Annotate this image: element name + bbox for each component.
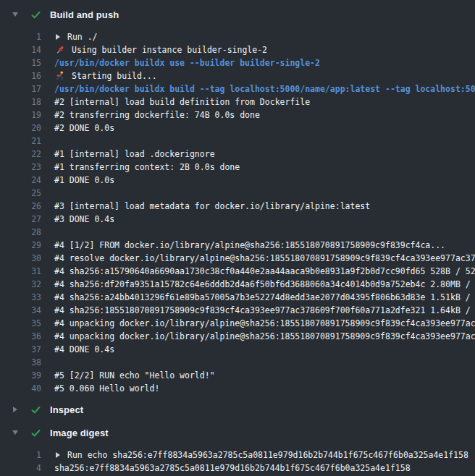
section-title: Image digest — [50, 428, 109, 438]
log-section-build-and-push: Build and push 1 Run ./ 14 Using builder… — [0, 6, 475, 398]
log-line: 24 #1 DONE 0.0s — [0, 174, 475, 187]
log-line: 25 — [0, 187, 475, 200]
runner-icon — [55, 71, 65, 81]
line-number[interactable]: 33 — [0, 291, 41, 304]
section-header[interactable]: Inspect — [0, 401, 475, 418]
line-number[interactable]: 19 — [0, 109, 41, 122]
log-text: Run ./ — [54, 30, 98, 43]
log-line: 21 — [0, 135, 475, 148]
log-text: #1 [internal] load .dockerignore — [54, 148, 215, 161]
line-number[interactable]: 27 — [0, 213, 41, 226]
line-number[interactable]: 29 — [0, 239, 41, 252]
line-number[interactable]: 36 — [0, 330, 41, 343]
log-line: 22 #1 [internal] load .dockerignore — [0, 148, 475, 161]
log-text: sha256:e7ff8834a5963a2785c5a0811e979d16b… — [54, 462, 411, 475]
log-text: #3 [internal] load metadata for docker.i… — [54, 200, 370, 213]
log-section-image-digest: Image digest 1 Run echo sha256:e7ff8834a… — [0, 424, 475, 476]
line-number[interactable]: 38 — [0, 356, 41, 369]
log-text: #4 unpacking docker.io/library/alpine@sh… — [54, 317, 475, 330]
line-number[interactable]: 22 — [0, 148, 41, 161]
log-line: 1 Run ./ — [0, 30, 475, 43]
log-line: 31 #4 sha256:a15790640a6690aa1730c38cf0a… — [0, 265, 475, 278]
section-title: Build and push — [50, 9, 119, 20]
line-number[interactable]: 18 — [0, 95, 41, 109]
log-text: #5 [2/2] RUN echo "Hello world!" — [54, 369, 215, 382]
log-text: /usr/bin/docker buildx use --builder bui… — [54, 56, 320, 69]
chevron-down-icon — [12, 12, 19, 17]
line-number[interactable]: 17 — [0, 82, 41, 95]
log-line: 35 #4 unpacking docker.io/library/alpine… — [0, 317, 475, 330]
check-icon — [30, 9, 41, 20]
log-text: #5 0.060 Hello world! — [54, 382, 159, 395]
expander-right-icon[interactable] — [56, 34, 60, 40]
line-number[interactable]: 30 — [0, 252, 41, 265]
log-text: Run echo sha256:e7ff8834a5963a2785c5a081… — [54, 449, 468, 462]
log-text: #4 DONE 0.4s — [54, 343, 114, 356]
line-number[interactable]: 23 — [0, 161, 41, 174]
line-number[interactable]: 1 — [0, 449, 41, 462]
log-line: 30 #4 resolve docker.io/library/alpine@s… — [0, 252, 475, 265]
line-number[interactable]: 21 — [0, 135, 41, 148]
line-number[interactable]: 4 — [0, 462, 41, 475]
log-text: #4 [1/2] FROM docker.io/library/alpine@s… — [54, 239, 445, 252]
line-number[interactable]: 20 — [0, 122, 41, 135]
line-number[interactable]: 35 — [0, 317, 41, 330]
log-line: 26 #3 [internal] load metadata for docke… — [0, 200, 475, 213]
section-title: Inspect — [50, 404, 83, 415]
log-line: 23 #1 transferring context: 2B 0.0s done — [0, 161, 475, 174]
line-number[interactable]: 39 — [0, 369, 41, 382]
log-line: 40 #5 0.060 Hello world! — [0, 382, 475, 395]
line-number[interactable]: 26 — [0, 200, 41, 213]
log-line: 18 #2 [internal] load build definition f… — [0, 95, 475, 109]
log-line: 14 Using builder instance builder-single… — [0, 43, 475, 56]
log-text: #4 sha256:185518070891758909c9f839cf4ca3… — [54, 304, 475, 317]
log-line: 39 #5 [2/2] RUN echo "Hello world!" — [0, 369, 475, 382]
log-viewer: Build and push 1 Run ./ 14 Using builder… — [0, 0, 475, 476]
line-number[interactable]: 37 — [0, 343, 41, 356]
log-text: Using builder instance builder-single-2 — [54, 43, 267, 56]
log-line: 1 Run echo sha256:e7ff8834a5963a2785c5a0… — [0, 449, 475, 462]
log-line: 15 /usr/bin/docker buildx use --builder … — [0, 56, 475, 69]
log-text: /usr/bin/docker buildx build --tag local… — [54, 82, 475, 95]
chevron-right-icon — [12, 407, 19, 412]
log-text: #2 [internal] load build definition from… — [54, 95, 310, 109]
log-line: 36 #4 unpacking docker.io/library/alpine… — [0, 330, 475, 343]
log-text: #3 DONE 0.4s — [54, 213, 114, 226]
line-number[interactable]: 24 — [0, 174, 41, 187]
log-text: #4 sha256:a24bb4013296f61e89ba57005a7b3e… — [54, 291, 475, 304]
line-number[interactable]: 25 — [0, 187, 41, 200]
log-line: 28 — [0, 226, 475, 239]
section-header[interactable]: Build and push — [0, 6, 475, 23]
log-text: Starting build... — [54, 69, 157, 82]
line-number[interactable]: 15 — [0, 56, 41, 69]
line-number[interactable]: 28 — [0, 226, 41, 239]
line-number[interactable]: 32 — [0, 278, 41, 291]
check-icon — [30, 404, 41, 415]
line-number[interactable]: 14 — [0, 43, 41, 56]
line-number[interactable]: 40 — [0, 382, 41, 395]
section-header[interactable]: Image digest — [0, 424, 475, 441]
log-line: 29 #4 [1/2] FROM docker.io/library/alpin… — [0, 239, 475, 252]
log-text: #4 unpacking docker.io/library/alpine@sh… — [54, 330, 475, 343]
log-text: #1 transferring context: 2B 0.0s done — [54, 161, 240, 174]
pushpin-icon — [55, 45, 65, 55]
log-line: 33 #4 sha256:a24bb4013296f61e89ba57005a7… — [0, 291, 475, 304]
log-text: #4 sha256:df20fa9351a15782c64e6dddb2d4a6… — [54, 278, 475, 291]
log-block: 1 Run echo sha256:e7ff8834a5963a2785c5a0… — [0, 441, 475, 476]
log-line: 19 #2 transferring dockerfile: 74B 0.0s … — [0, 109, 475, 122]
log-block: 1 Run ./ 14 Using builder instance build… — [0, 23, 475, 398]
line-number[interactable]: 34 — [0, 304, 41, 317]
log-section-inspect: Inspect — [0, 401, 475, 418]
log-text: #4 sha256:a15790640a6690aa1730c38cf0a440… — [54, 265, 475, 278]
expander-right-icon[interactable] — [56, 452, 60, 458]
log-line: 32 #4 sha256:df20fa9351a15782c64e6dddb2d… — [0, 278, 475, 291]
line-number[interactable]: 16 — [0, 69, 41, 82]
log-line: 17 /usr/bin/docker buildx build --tag lo… — [0, 82, 475, 95]
log-line: 16 Starting build... — [0, 69, 475, 82]
log-line: 27 #3 DONE 0.4s — [0, 213, 475, 226]
log-text: #1 DONE 0.0s — [54, 174, 114, 187]
log-text: #2 transferring dockerfile: 74B 0.0s don… — [54, 109, 260, 122]
line-number[interactable]: 1 — [0, 30, 41, 43]
log-text: #4 resolve docker.io/library/alpine@sha2… — [54, 252, 475, 265]
line-number[interactable]: 31 — [0, 265, 41, 278]
